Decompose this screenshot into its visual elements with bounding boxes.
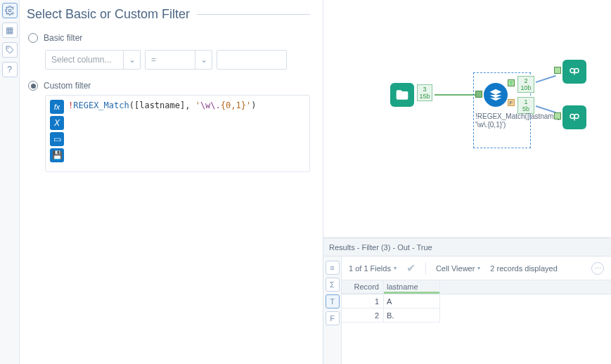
grid-header: Record lastname xyxy=(342,280,611,294)
results-panel: Results - Filter (3) - Out - True ≡ Σ T … xyxy=(323,238,611,364)
app-root: ▦ ? Select Basic or Custom Filter Basic … xyxy=(0,0,611,364)
config-panel: Select Basic or Custom Filter Basic filt… xyxy=(20,0,323,364)
cell-viewer-dropdown[interactable]: Cell Viewer▾ xyxy=(436,264,480,273)
output-anchor-info: 315b xyxy=(417,84,432,101)
config-tab-icon[interactable] xyxy=(2,3,18,18)
panel-title-text: Select Basic or Custom Filter xyxy=(27,7,190,22)
tool-annotation: !REGEX_Match([lastname], '\w\.{0,1}') xyxy=(475,112,539,129)
text-input-tool[interactable] xyxy=(390,83,414,107)
chevron-down-icon: ⌄ xyxy=(123,51,140,69)
right-pane: 315b T F 210b 15b !REGEX_Match([lastname… xyxy=(323,0,611,364)
expression-text: !REGEX_Match([lastname], '\w\.{0,1}') xyxy=(68,100,256,167)
svg-point-2 xyxy=(570,69,574,73)
radio-icon xyxy=(28,81,38,91)
folder-icon[interactable]: ▭ xyxy=(50,132,64,146)
value-input[interactable] xyxy=(217,50,287,70)
basic-filter-radio[interactable]: Basic filter xyxy=(27,29,310,47)
results-header: Results - Filter (3) - Out - True xyxy=(323,238,611,256)
svg-point-4 xyxy=(570,115,574,119)
svg-point-3 xyxy=(574,69,579,73)
basic-filter-label: Basic filter xyxy=(44,33,82,43)
browse-tool-false[interactable] xyxy=(562,105,586,129)
operator-select[interactable]: = ⌄ xyxy=(145,50,212,70)
chevron-down-icon: ▾ xyxy=(394,265,397,271)
chevron-down-icon: ▾ xyxy=(477,265,480,271)
fields-dropdown[interactable]: 1 of 1 Fields▾ xyxy=(349,264,397,273)
column-select[interactable]: Select column... ⌄ xyxy=(45,50,141,70)
input-anchor[interactable] xyxy=(475,91,482,98)
expression-editor[interactable]: fx X ▭ 💾 !REGEX_Match([lastname], '\w\.{… xyxy=(45,95,310,172)
fx-icon[interactable]: fx xyxy=(50,100,64,114)
svg-point-5 xyxy=(574,115,579,119)
svg-point-0 xyxy=(8,9,11,12)
connection-wire xyxy=(435,94,475,96)
true-anchor[interactable]: T xyxy=(508,79,515,86)
col-record[interactable]: Record xyxy=(342,280,384,294)
svg-point-1 xyxy=(8,48,8,48)
variable-icon[interactable]: X xyxy=(50,116,64,130)
settings-icon[interactable]: ⋯ xyxy=(591,262,604,275)
input-anchor[interactable] xyxy=(554,67,561,74)
custom-filter-radio[interactable]: Custom filter xyxy=(27,77,310,95)
save-icon[interactable]: 💾 xyxy=(50,148,64,162)
false-anchor[interactable]: F xyxy=(508,99,515,106)
connection-wire xyxy=(536,75,556,83)
true-output-icon[interactable]: T xyxy=(326,294,340,308)
chevron-down-icon: ⌄ xyxy=(195,51,212,69)
radio-icon xyxy=(28,33,38,43)
help-tab-icon[interactable]: ? xyxy=(2,62,18,77)
workflow-canvas[interactable]: 315b T F 210b 15b !REGEX_Match([lastname… xyxy=(323,0,611,238)
sigma-icon[interactable]: Σ xyxy=(326,278,340,292)
results-rail: ≡ Σ T F xyxy=(323,256,342,364)
browse-tool-true[interactable] xyxy=(562,60,586,84)
results-grid: Record lastname 1 A 2 B. xyxy=(342,280,611,323)
panel-title: Select Basic or Custom Filter xyxy=(27,7,310,22)
formula-toolbar: fx X ▭ 💾 xyxy=(50,100,64,167)
custom-filter-label: Custom filter xyxy=(44,81,91,91)
filter-tool[interactable] xyxy=(484,83,508,107)
false-output-icon[interactable]: F xyxy=(326,311,340,325)
messages-icon[interactable]: ≡ xyxy=(326,261,340,275)
false-anchor-info: 15b xyxy=(517,97,534,114)
col-lastname[interactable]: lastname xyxy=(384,280,440,294)
input-anchor[interactable] xyxy=(554,112,561,119)
tag-tab-icon[interactable] xyxy=(2,42,18,58)
apply-icon[interactable]: ✔ xyxy=(406,261,416,275)
results-toolbar: 1 of 1 Fields▾ ✔ Cell Viewer▾ 2 records … xyxy=(342,256,611,280)
true-anchor-info: 210b xyxy=(517,76,534,93)
table-row[interactable]: 1 A xyxy=(342,294,611,308)
table-row[interactable]: 2 B. xyxy=(342,308,611,323)
records-count: 2 records displayed xyxy=(490,264,557,273)
left-rail: ▦ ? xyxy=(0,0,20,364)
xml-tab-icon[interactable]: ▦ xyxy=(2,22,18,38)
basic-filter-controls: Select column... ⌄ = ⌄ xyxy=(27,47,310,77)
